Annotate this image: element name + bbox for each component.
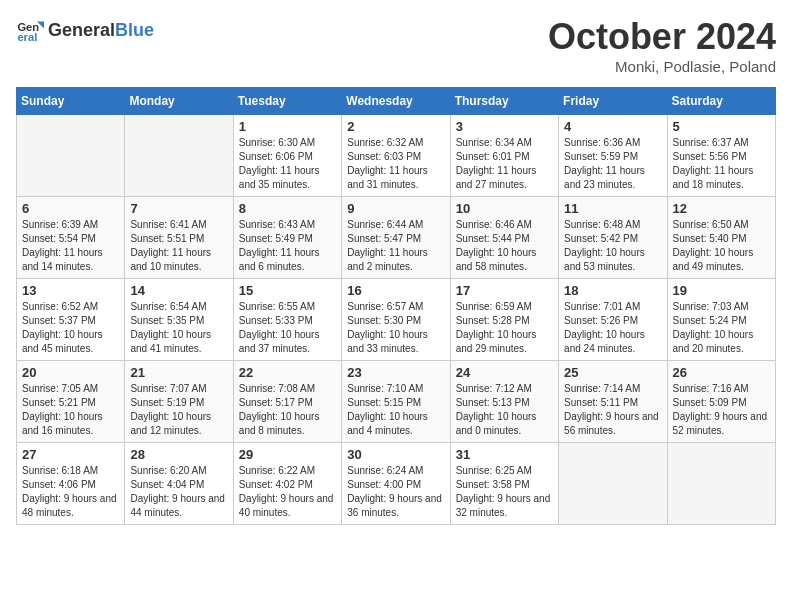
calendar-week-row: 20Sunrise: 7:05 AMSunset: 5:21 PMDayligh… [17,361,776,443]
weekday-header: Saturday [667,88,775,115]
calendar-cell: 27Sunrise: 6:18 AMSunset: 4:06 PMDayligh… [17,443,125,525]
calendar-cell: 21Sunrise: 7:07 AMSunset: 5:19 PMDayligh… [125,361,233,443]
day-number: 8 [239,201,336,216]
calendar-week-row: 13Sunrise: 6:52 AMSunset: 5:37 PMDayligh… [17,279,776,361]
day-number: 9 [347,201,444,216]
logo: Gen eral General Blue [16,16,154,44]
cell-sun-info: Sunrise: 7:12 AMSunset: 5:13 PMDaylight:… [456,382,553,438]
weekday-header: Monday [125,88,233,115]
cell-sun-info: Sunrise: 6:22 AMSunset: 4:02 PMDaylight:… [239,464,336,520]
calendar-cell: 1Sunrise: 6:30 AMSunset: 6:06 PMDaylight… [233,115,341,197]
cell-sun-info: Sunrise: 6:57 AMSunset: 5:30 PMDaylight:… [347,300,444,356]
cell-sun-info: Sunrise: 7:07 AMSunset: 5:19 PMDaylight:… [130,382,227,438]
cell-sun-info: Sunrise: 7:14 AMSunset: 5:11 PMDaylight:… [564,382,661,438]
cell-sun-info: Sunrise: 7:16 AMSunset: 5:09 PMDaylight:… [673,382,770,438]
cell-sun-info: Sunrise: 6:32 AMSunset: 6:03 PMDaylight:… [347,136,444,192]
day-number: 7 [130,201,227,216]
cell-sun-info: Sunrise: 6:37 AMSunset: 5:56 PMDaylight:… [673,136,770,192]
day-number: 22 [239,365,336,380]
day-number: 12 [673,201,770,216]
month-title: October 2024 [548,16,776,58]
cell-sun-info: Sunrise: 6:24 AMSunset: 4:00 PMDaylight:… [347,464,444,520]
day-number: 17 [456,283,553,298]
day-number: 15 [239,283,336,298]
calendar-table: SundayMondayTuesdayWednesdayThursdayFrid… [16,87,776,525]
day-number: 6 [22,201,119,216]
day-number: 1 [239,119,336,134]
cell-sun-info: Sunrise: 6:36 AMSunset: 5:59 PMDaylight:… [564,136,661,192]
day-number: 21 [130,365,227,380]
cell-sun-info: Sunrise: 7:08 AMSunset: 5:17 PMDaylight:… [239,382,336,438]
logo-general-text: General [48,20,115,41]
day-number: 30 [347,447,444,462]
calendar-cell: 10Sunrise: 6:46 AMSunset: 5:44 PMDayligh… [450,197,558,279]
calendar-cell: 23Sunrise: 7:10 AMSunset: 5:15 PMDayligh… [342,361,450,443]
calendar-cell: 18Sunrise: 7:01 AMSunset: 5:26 PMDayligh… [559,279,667,361]
calendar-cell: 17Sunrise: 6:59 AMSunset: 5:28 PMDayligh… [450,279,558,361]
page-header: Gen eral General Blue October 2024 Monki… [16,16,776,75]
cell-sun-info: Sunrise: 6:44 AMSunset: 5:47 PMDaylight:… [347,218,444,274]
cell-sun-info: Sunrise: 6:54 AMSunset: 5:35 PMDaylight:… [130,300,227,356]
calendar-cell: 25Sunrise: 7:14 AMSunset: 5:11 PMDayligh… [559,361,667,443]
day-number: 31 [456,447,553,462]
day-number: 5 [673,119,770,134]
day-number: 26 [673,365,770,380]
title-block: October 2024 Monki, Podlasie, Poland [548,16,776,75]
calendar-cell: 7Sunrise: 6:41 AMSunset: 5:51 PMDaylight… [125,197,233,279]
calendar-cell: 29Sunrise: 6:22 AMSunset: 4:02 PMDayligh… [233,443,341,525]
cell-sun-info: Sunrise: 6:43 AMSunset: 5:49 PMDaylight:… [239,218,336,274]
calendar-cell [17,115,125,197]
cell-sun-info: Sunrise: 6:30 AMSunset: 6:06 PMDaylight:… [239,136,336,192]
calendar-cell: 9Sunrise: 6:44 AMSunset: 5:47 PMDaylight… [342,197,450,279]
day-number: 28 [130,447,227,462]
cell-sun-info: Sunrise: 6:46 AMSunset: 5:44 PMDaylight:… [456,218,553,274]
calendar-cell: 19Sunrise: 7:03 AMSunset: 5:24 PMDayligh… [667,279,775,361]
day-number: 13 [22,283,119,298]
calendar-cell: 28Sunrise: 6:20 AMSunset: 4:04 PMDayligh… [125,443,233,525]
cell-sun-info: Sunrise: 7:01 AMSunset: 5:26 PMDaylight:… [564,300,661,356]
weekday-header: Sunday [17,88,125,115]
day-number: 27 [22,447,119,462]
calendar-cell: 26Sunrise: 7:16 AMSunset: 5:09 PMDayligh… [667,361,775,443]
day-number: 4 [564,119,661,134]
day-number: 16 [347,283,444,298]
day-number: 18 [564,283,661,298]
svg-text:eral: eral [17,31,37,43]
calendar-cell [667,443,775,525]
cell-sun-info: Sunrise: 6:52 AMSunset: 5:37 PMDaylight:… [22,300,119,356]
calendar-cell: 5Sunrise: 6:37 AMSunset: 5:56 PMDaylight… [667,115,775,197]
calendar-cell: 24Sunrise: 7:12 AMSunset: 5:13 PMDayligh… [450,361,558,443]
calendar-week-row: 1Sunrise: 6:30 AMSunset: 6:06 PMDaylight… [17,115,776,197]
day-number: 23 [347,365,444,380]
calendar-cell: 4Sunrise: 6:36 AMSunset: 5:59 PMDaylight… [559,115,667,197]
cell-sun-info: Sunrise: 6:55 AMSunset: 5:33 PMDaylight:… [239,300,336,356]
calendar-cell: 2Sunrise: 6:32 AMSunset: 6:03 PMDaylight… [342,115,450,197]
day-number: 10 [456,201,553,216]
day-number: 24 [456,365,553,380]
day-number: 29 [239,447,336,462]
cell-sun-info: Sunrise: 6:48 AMSunset: 5:42 PMDaylight:… [564,218,661,274]
day-number: 11 [564,201,661,216]
calendar-body: 1Sunrise: 6:30 AMSunset: 6:06 PMDaylight… [17,115,776,525]
calendar-cell: 8Sunrise: 6:43 AMSunset: 5:49 PMDaylight… [233,197,341,279]
location-title: Monki, Podlasie, Poland [548,58,776,75]
cell-sun-info: Sunrise: 6:34 AMSunset: 6:01 PMDaylight:… [456,136,553,192]
cell-sun-info: Sunrise: 6:20 AMSunset: 4:04 PMDaylight:… [130,464,227,520]
calendar-cell: 30Sunrise: 6:24 AMSunset: 4:00 PMDayligh… [342,443,450,525]
calendar-cell: 3Sunrise: 6:34 AMSunset: 6:01 PMDaylight… [450,115,558,197]
logo-icon: Gen eral [16,16,44,44]
calendar-cell: 22Sunrise: 7:08 AMSunset: 5:17 PMDayligh… [233,361,341,443]
day-number: 20 [22,365,119,380]
calendar-week-row: 6Sunrise: 6:39 AMSunset: 5:54 PMDaylight… [17,197,776,279]
day-number: 25 [564,365,661,380]
cell-sun-info: Sunrise: 7:05 AMSunset: 5:21 PMDaylight:… [22,382,119,438]
weekday-header: Wednesday [342,88,450,115]
calendar-cell: 14Sunrise: 6:54 AMSunset: 5:35 PMDayligh… [125,279,233,361]
cell-sun-info: Sunrise: 6:25 AMSunset: 3:58 PMDaylight:… [456,464,553,520]
weekday-header: Thursday [450,88,558,115]
weekday-header: Tuesday [233,88,341,115]
cell-sun-info: Sunrise: 6:50 AMSunset: 5:40 PMDaylight:… [673,218,770,274]
cell-sun-info: Sunrise: 6:39 AMSunset: 5:54 PMDaylight:… [22,218,119,274]
calendar-cell: 31Sunrise: 6:25 AMSunset: 3:58 PMDayligh… [450,443,558,525]
weekday-header: Friday [559,88,667,115]
